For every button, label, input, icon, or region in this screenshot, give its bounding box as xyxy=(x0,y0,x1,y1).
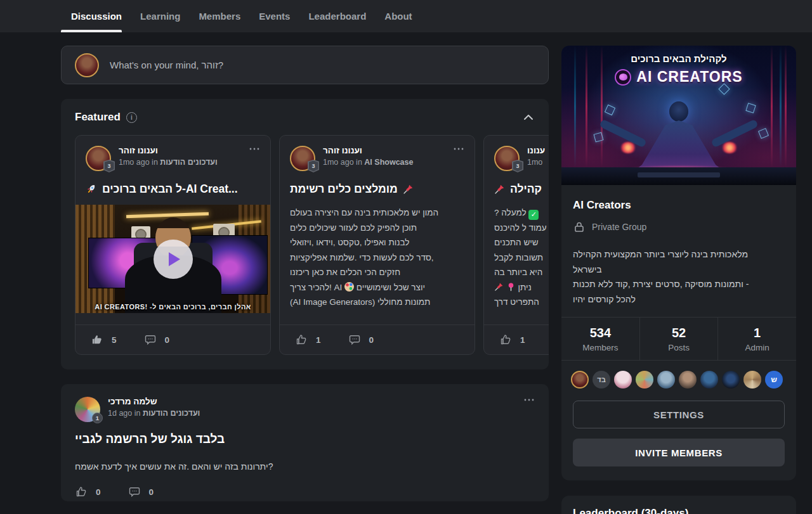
like-icon[interactable] xyxy=(295,333,308,346)
brain-logo-icon xyxy=(615,69,631,86)
level-badge: 3 xyxy=(103,160,115,172)
avatar[interactable] xyxy=(75,53,99,77)
post-category[interactable]: הודעות‎ ועדכונים xyxy=(143,409,200,418)
tab-members[interactable]: Members xyxy=(199,11,240,22)
rocket-icon xyxy=(86,181,100,196)
member-avatar[interactable] xyxy=(679,371,697,389)
privacy-label: Private Group xyxy=(592,222,646,232)
tab-leaderboard[interactable]: Leaderboard xyxy=(308,11,366,22)
pushpin-icon xyxy=(403,184,414,195)
like-icon[interactable] xyxy=(91,333,103,346)
post-title[interactable]: רשימת‎ כלים‎ מומלצים xyxy=(290,181,464,197)
community-page: Discussion Learning Members Events Leade… xyxy=(0,0,812,514)
post-title[interactable]: קהילה xyxy=(494,181,549,197)
avatar[interactable]: 3 xyxy=(86,146,111,171)
like-count: 5 xyxy=(112,335,117,345)
pushpin-icon xyxy=(494,184,505,195)
active-tab-indicator xyxy=(61,30,122,32)
comment-icon[interactable] xyxy=(128,485,141,498)
featured-title: Featured xyxy=(75,111,121,124)
comment-icon[interactable] xyxy=(348,333,361,346)
author-name[interactable]: מרדכי‎ שלמה xyxy=(108,397,200,406)
member-avatar[interactable] xyxy=(636,371,653,389)
like-count: 0 xyxy=(96,487,101,497)
invite-members-button[interactable]: INVITE MEMBERS xyxy=(573,439,785,466)
group-stats: 534 Members 52 Posts 1 Admin xyxy=(561,317,796,361)
avatar[interactable]: 1 xyxy=(75,397,100,422)
tab-learning[interactable]: Learning xyxy=(140,11,180,22)
author-name[interactable]: זוהר‎ וענונו xyxy=(119,146,218,155)
stat-admin[interactable]: 1 Admin xyxy=(717,318,796,360)
post-composer[interactable]: What's on your mind, זוהר? xyxy=(61,46,549,84)
avatar[interactable]: 3 xyxy=(494,146,520,171)
banner-figure xyxy=(669,101,688,122)
feed-post[interactable]: 1 מרדכי‎ שלמה 1d ago in הודעות‎ ועדכונים… xyxy=(61,384,549,501)
member-avatar[interactable]: ש xyxy=(765,371,783,389)
stat-members[interactable]: 534 Members xyxy=(561,318,639,360)
member-avatar[interactable] xyxy=(657,371,675,389)
post-title[interactable]: לגביי‎ הרשמה‎ של‎ גוגל‎ בלבד xyxy=(75,432,535,446)
member-avatar[interactable] xyxy=(743,371,761,389)
post-category[interactable]: AI Showcase xyxy=(364,158,413,167)
featured-post-community[interactable]: 3 ענונו 1mo קהילה ? למעלה ✓ להיכנס‎ ל‎ ע… xyxy=(483,135,549,355)
banner-logo-text: AI CREATORS xyxy=(636,68,742,86)
group-name: AI Creators xyxy=(573,199,785,212)
like-icon[interactable] xyxy=(75,485,88,498)
leaderboard-title: Leaderboard (30-days) xyxy=(573,507,785,514)
post-category[interactable]: הודעות‎ ועדכונים xyxy=(160,158,217,167)
lock-icon xyxy=(573,221,586,233)
comment-count: 0 xyxy=(165,335,170,345)
tab-discussion[interactable]: Discussion xyxy=(71,11,122,22)
palette-icon xyxy=(344,282,354,292)
video-thumbnail[interactable]: AI CREATORS!‎ -ל‎ הבאים‎ ברוכים‎ ,חברים‎… xyxy=(75,205,270,313)
featured-section: Featured i 3 זוהר‎ וענונו 1mo ago in הוד… xyxy=(61,99,549,369)
post-body: בעולם‎ היצירה‎ עם‎ בינה‎ מלאכותית‎ יש‎ ה… xyxy=(290,205,464,310)
more-menu-icon[interactable] xyxy=(453,146,464,151)
level-badge: 1 xyxy=(92,413,103,423)
group-banner: ברוכים‎ הבאים‎ לקהילת AI CREATORS xyxy=(561,46,796,185)
post-title[interactable]: ברוכים‎ הבאים‎ ל‎-AI Creat... xyxy=(86,181,260,197)
author-name[interactable]: זוהר‎ וענונו xyxy=(323,146,413,155)
stat-posts[interactable]: 52 Posts xyxy=(639,318,718,360)
composer-placeholder[interactable]: What's on your mind, זוהר? xyxy=(110,60,223,70)
featured-carousel[interactable]: 3 זוהר‎ וענונו 1mo ago in הודעות‎ ועדכונ… xyxy=(75,135,549,355)
member-avatar[interactable] xyxy=(722,371,740,389)
post-time: 1mo ago in xyxy=(119,158,158,167)
more-menu-icon[interactable] xyxy=(523,397,535,402)
level-badge: 3 xyxy=(308,160,319,172)
like-icon[interactable] xyxy=(499,333,512,346)
member-avatars: בד ש xyxy=(561,361,796,389)
settings-button[interactable]: SETTINGS xyxy=(573,401,785,428)
like-count: 1 xyxy=(520,335,525,345)
post-body: ? למעלה ✓ להיכנס‎ ל‎ עמוד התכנים‎ שיש לק… xyxy=(494,205,549,310)
post-time: 1mo ago in xyxy=(323,158,362,167)
member-avatar[interactable] xyxy=(700,371,718,389)
comment-icon[interactable] xyxy=(144,333,157,346)
level-badge: 3 xyxy=(512,160,523,172)
more-menu-icon[interactable] xyxy=(249,146,260,151)
comment-count: 0 xyxy=(369,335,374,345)
info-icon[interactable]: i xyxy=(126,112,137,123)
tab-about[interactable]: About xyxy=(384,11,412,22)
member-avatar[interactable] xyxy=(571,371,589,389)
round-pin-icon xyxy=(506,282,516,292)
member-avatar[interactable]: בד xyxy=(593,371,610,389)
tab-events[interactable]: Events xyxy=(259,11,290,22)
pushpin-icon xyxy=(494,282,504,292)
author-name[interactable]: ענונו xyxy=(527,146,545,155)
avatar[interactable]: 3 xyxy=(290,146,315,171)
top-nav: Discussion Learning Members Events Leade… xyxy=(0,0,812,32)
play-button-icon[interactable] xyxy=(154,240,193,279)
post-body: אשמח‎ לדעת‎ איך‎ עושים‎ את‎ זה‎.‎ והאם‎ … xyxy=(75,461,535,472)
post-time: 1d ago in xyxy=(108,409,140,418)
member-avatar[interactable] xyxy=(614,371,632,389)
group-sidebar: ברוכים‎ הבאים‎ לקהילת AI CREATORS AI Cre… xyxy=(561,46,796,480)
banner-welcome-text: ברוכים‎ הבאים‎ לקהילת xyxy=(561,53,796,64)
like-count: 1 xyxy=(316,335,321,345)
leaderboard-section: Leaderboard (30-days) xyxy=(561,496,796,514)
chevron-up-icon[interactable] xyxy=(523,114,534,120)
video-caption: AI CREATORS!‎ -ל‎ הבאים‎ ברוכים‎ ,חברים‎… xyxy=(75,303,270,311)
featured-post-tools[interactable]: 3 זוהר‎ וענונו 1mo ago in AI Showcase רש… xyxy=(279,135,475,355)
featured-post-welcome[interactable]: 3 זוהר‎ וענונו 1mo ago in הודעות‎ ועדכונ… xyxy=(75,135,271,355)
comment-count: 0 xyxy=(149,487,154,497)
